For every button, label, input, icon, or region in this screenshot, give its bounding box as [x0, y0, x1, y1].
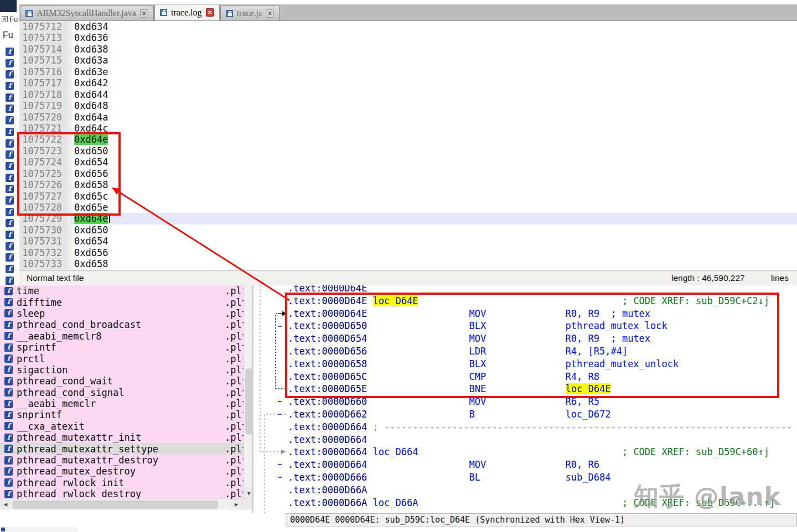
function-segment: .plt	[225, 364, 244, 375]
disasm-line[interactable]: .text:0000D666 BL sub_D684	[288, 471, 792, 484]
function-icon: f	[4, 354, 13, 363]
disasm-line[interactable]: .text:0000D65E BNE loc_D64E	[288, 383, 792, 395]
line-number: 1075733	[19, 258, 67, 269]
tab-close-button[interactable]: ✕	[140, 9, 148, 18]
trace-line[interactable]: 10757300xd650	[19, 225, 797, 236]
tab-close-button[interactable]: ✕	[266, 9, 274, 18]
disasm-line[interactable]: .text:0000D64E MOV R0, R9 ; mutex	[288, 307, 792, 320]
file-saved-icon	[226, 10, 233, 17]
function-row[interactable]: fsnprintf.plt	[0, 409, 244, 420]
trace-address: 0xd63a	[71, 55, 797, 66]
function-row[interactable]: fpthread_cond_broadcast.plt	[0, 319, 244, 330]
disasm-line[interactable]: .text:0000D664 MOV R0, R6	[288, 458, 792, 471]
line-number: 1075721	[19, 123, 67, 134]
disasm-line[interactable]: .text:0000D664 ; -----------------------…	[288, 421, 792, 434]
trace-line[interactable]: 10757290xd64e	[19, 213, 797, 224]
function-name: __cxa_atexit	[17, 421, 225, 432]
trace-log-editor[interactable]: 10757120xd63410757130xd63610757140xd6381…	[19, 21, 797, 270]
function-row[interactable]: fsleep.plt	[0, 308, 244, 319]
function-row[interactable]: f__aeabi_memclr8.plt	[0, 331, 244, 342]
function-icon: f	[4, 343, 13, 352]
line-number: 1075724	[19, 157, 67, 168]
trace-address: 0xd64a	[71, 112, 797, 123]
function-row[interactable]: fpthread_mutex_destroy.plt	[0, 466, 244, 477]
tab-close-button[interactable]: ✕	[206, 8, 214, 17]
disasm-line[interactable]: .text:0000D662 B loc_D672	[288, 408, 792, 421]
trace-line[interactable]: 10757230xd650	[19, 145, 797, 157]
scroll-left-button[interactable]: ◂	[0, 499, 11, 510]
disasm-line[interactable]: .text:0000D65C CMP R4, R8	[288, 371, 792, 383]
function-icon: f	[4, 422, 13, 430]
disasm-line[interactable]: .text:0000D66A	[288, 484, 792, 497]
function-segment: .plt	[225, 488, 244, 499]
text-caret	[109, 214, 110, 223]
file-saved-icon	[160, 9, 167, 16]
trace-line[interactable]: 10757160xd63e	[19, 66, 797, 77]
trace-line[interactable]: 10757170xd642	[19, 77, 797, 88]
function-row[interactable]: f__cxa_atexit.plt	[0, 421, 244, 432]
function-row[interactable]: fpthread_rwlock_init.plt	[0, 477, 244, 488]
function-segment: .plt	[225, 409, 244, 420]
trace-line[interactable]: 10757180xd644	[19, 89, 797, 100]
tab-arm32syscallhandler-java[interactable]: ARM32SyscallHandler.java✕	[20, 6, 154, 20]
disasm-line[interactable]: .text:0000D66A loc_D66A ; CODE XREF: sub…	[288, 497, 792, 509]
disasm-line[interactable]: .text:0000D664 loc_D664 ; CODE XREF: sub…	[288, 446, 792, 458]
doc-type-label: Normal text file	[27, 273, 84, 283]
trace-line[interactable]: 10757320xd656	[19, 247, 797, 258]
trace-line[interactable]: 10757140xd638	[19, 44, 797, 55]
function-row[interactable]: fdifftime.plt	[0, 296, 244, 307]
trace-line[interactable]: 10757150xd63a	[19, 55, 797, 66]
hscroll-thumb[interactable]	[12, 500, 218, 509]
trace-line[interactable]: 10757220xd64e	[19, 134, 797, 145]
line-number: 1075731	[19, 236, 67, 247]
disasm-line[interactable]: .text:0000D64E	[288, 285, 792, 295]
fold-margin	[67, 225, 71, 236]
function-segment: .plt	[225, 331, 244, 342]
function-row[interactable]: fsigaction.plt	[0, 364, 244, 375]
function-row[interactable]: fpthread_rwlock_destroy.plt	[0, 488, 244, 499]
function-icon: f	[4, 309, 13, 317]
function-row[interactable]: fpthread_mutexattr_init.plt	[0, 432, 244, 443]
length-label: length : 46,590,227	[671, 273, 745, 283]
function-icon: f	[6, 265, 14, 273]
scroll-right-button[interactable]: ▸	[231, 499, 242, 510]
trace-line[interactable]: 10757200xd64a	[19, 112, 797, 123]
trace-line[interactable]: 10757250xd656	[19, 168, 797, 179]
disasm-line[interactable]: .text:0000D64E loc_D64E ; CODE XREF: sub…	[288, 295, 792, 307]
disasm-line[interactable]: .text:0000D664	[288, 434, 792, 446]
function-row[interactable]: fprctl.plt	[0, 353, 244, 364]
trace-line[interactable]: 10757190xd648	[19, 100, 797, 111]
trace-line[interactable]: 10757270xd65c	[19, 191, 797, 202]
disasm-line[interactable]: .text:0000D658 BLX pthread_mutex_unlock	[288, 358, 792, 371]
trace-line[interactable]: 10757240xd654	[19, 157, 797, 168]
trace-line[interactable]: 10757120xd634	[19, 21, 797, 32]
disasm-line[interactable]: .text:0000D650 BLX pthread_mutex_lock	[288, 320, 792, 332]
function-row[interactable]: f__aeabi_memclr.plt	[0, 398, 244, 409]
function-name: pthread_mutexattr_settype	[17, 444, 225, 455]
trace-line[interactable]: 10757210xd64c	[19, 123, 797, 134]
function-row[interactable]: fpthread_cond_wait.plt	[0, 375, 244, 387]
line-number: 1075720	[19, 112, 67, 123]
disasm-line[interactable]: .text:0000D656 LDR R4, [R5,#4]	[288, 345, 792, 358]
function-row[interactable]: fpthread_mutexattr_settype.plt	[0, 443, 244, 454]
trace-line[interactable]: 10757260xd658	[19, 179, 797, 190]
trace-line[interactable]: 10757310xd654	[19, 236, 797, 247]
tab-trace-js[interactable]: trace.js✕	[220, 6, 280, 20]
function-row[interactable]: fpthread_mutexattr_destroy.plt	[0, 455, 244, 466]
disasm-line[interactable]: .text:0000D654 MOV R0, R9 ; mutex	[288, 332, 792, 345]
trace-lines: 10757120xd63410757130xd63610757140xd6381…	[19, 21, 797, 270]
function-segment: .plt	[225, 308, 244, 319]
tab-trace-log[interactable]: trace.log✕	[154, 4, 220, 20]
function-icon: f	[6, 219, 14, 227]
hscroll-track[interactable]	[11, 499, 231, 510]
disasm-line[interactable]: .text:0000D660 MOV R6, R5	[288, 395, 792, 408]
highlighted-address: 0xd64e	[74, 213, 108, 224]
trace-line[interactable]: 10757330xd658	[19, 258, 797, 269]
trace-line[interactable]: 10757130xd636	[19, 32, 797, 43]
function-row[interactable]: fsprintf.plt	[0, 342, 244, 353]
function-row[interactable]: ftime.plt	[0, 285, 244, 296]
function-row[interactable]: fpthread_cond_signal.plt	[0, 387, 244, 398]
function-icon: f	[4, 332, 13, 340]
functions-hscrollbar[interactable]: ◂ ▸	[0, 499, 253, 510]
trace-line[interactable]: 10757280xd65e	[19, 202, 797, 213]
